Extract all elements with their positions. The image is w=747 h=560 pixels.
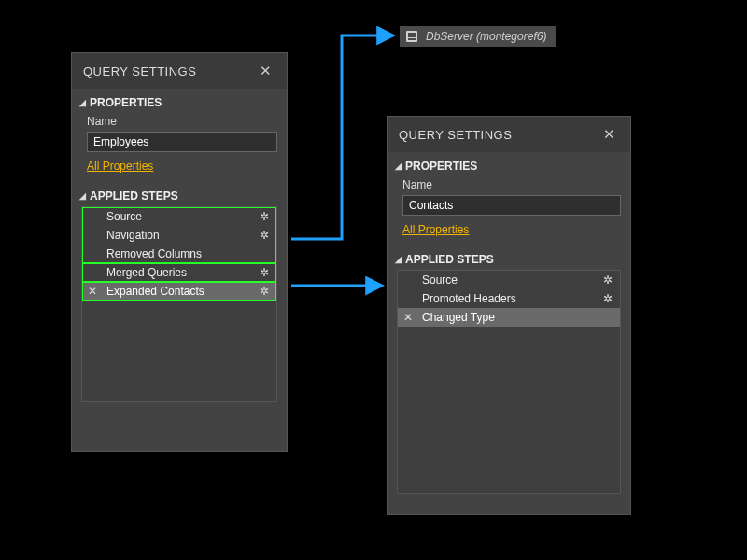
collapse-icon: ◢ (79, 98, 86, 107)
all-properties-link[interactable]: All Properties (388, 221, 630, 245)
delete-step-icon[interactable]: ✕ (402, 311, 415, 324)
step-label: Source (415, 273, 601, 287)
applied-steps-section-header[interactable]: ◢ APPLIED STEPS (72, 182, 287, 206)
name-label: Name (72, 113, 287, 132)
query-settings-panel-2: QUERY SETTINGS ✕ ◢ PROPERTIES Name All P… (387, 116, 631, 515)
step-label: Promoted Headers (415, 292, 601, 305)
gear-icon[interactable]: ✲ (601, 292, 614, 305)
collapse-icon: ◢ (79, 191, 86, 201)
db-server-label: DbServer (montegoref6) (426, 30, 546, 43)
step-row[interactable]: ✕Source✲ (398, 271, 620, 289)
step-row[interactable]: ✕Changed Type (398, 308, 620, 327)
applied-steps-list: ✕Source✲✕Promoted Headers✲✕Changed Type (397, 270, 621, 494)
properties-section-header[interactable]: ◢ PROPERTIES (388, 152, 630, 176)
gear-icon[interactable]: ✲ (258, 229, 271, 242)
collapse-icon: ◢ (395, 161, 402, 171)
applied-steps-label: APPLIED STEPS (90, 189, 178, 203)
gear-icon[interactable]: ✲ (601, 273, 614, 287)
step-label: Navigation (99, 229, 258, 242)
close-icon[interactable]: ✕ (599, 126, 620, 143)
gear-icon[interactable]: ✲ (258, 210, 271, 223)
step-row[interactable]: ✕Merged Queries✲ (82, 263, 276, 282)
properties-section-header[interactable]: ◢ PROPERTIES (72, 89, 287, 113)
name-input[interactable] (402, 195, 621, 216)
svg-rect-3 (408, 38, 416, 40)
panel-title: QUERY SETTINGS (83, 64, 196, 78)
step-row[interactable]: ✕Navigation✲ (82, 226, 276, 245)
database-icon (405, 30, 418, 43)
applied-steps-list: ✕Source✲✕Navigation✲✕Removed Columns✕Mer… (81, 206, 277, 402)
properties-label: PROPERTIES (90, 96, 162, 109)
db-server-badge[interactable]: DbServer (montegoref6) (400, 26, 556, 47)
step-label: Changed Type (415, 311, 614, 324)
step-label: Removed Columns (99, 247, 271, 260)
gear-icon[interactable]: ✲ (258, 285, 271, 298)
query-settings-panel-1: QUERY SETTINGS ✕ ◢ PROPERTIES Name All P… (71, 52, 288, 452)
panel-header: QUERY SETTINGS ✕ (388, 117, 630, 152)
step-label: Expanded Contacts (99, 285, 258, 298)
delete-step-icon[interactable]: ✕ (86, 285, 99, 298)
step-row[interactable]: ✕Removed Columns (82, 245, 276, 263)
name-input[interactable] (87, 132, 277, 152)
step-row[interactable]: ✕Expanded Contacts✲ (82, 282, 276, 301)
step-label: Source (99, 210, 258, 223)
properties-label: PROPERTIES (405, 160, 477, 173)
step-row[interactable]: ✕Source✲ (82, 207, 276, 226)
collapse-icon: ◢ (395, 255, 402, 264)
svg-rect-1 (408, 33, 416, 35)
step-row[interactable]: ✕Promoted Headers✲ (398, 289, 620, 308)
all-properties-link[interactable]: All Properties (72, 158, 287, 182)
panel-header: QUERY SETTINGS ✕ (72, 53, 287, 89)
svg-rect-2 (408, 35, 416, 37)
step-label: Merged Queries (99, 266, 258, 279)
gear-icon[interactable]: ✲ (258, 266, 271, 279)
applied-steps-label: APPLIED STEPS (405, 253, 494, 266)
applied-steps-section-header[interactable]: ◢ APPLIED STEPS (388, 245, 630, 270)
name-label: Name (388, 176, 630, 195)
close-icon[interactable]: ✕ (256, 63, 276, 79)
panel-title: QUERY SETTINGS (399, 128, 512, 142)
